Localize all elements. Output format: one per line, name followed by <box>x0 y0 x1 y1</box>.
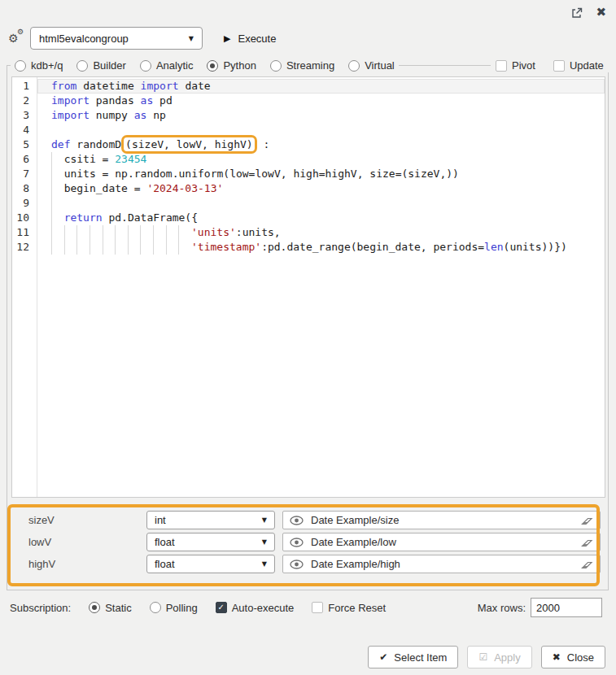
mode-radio-streaming[interactable]: Streaming <box>270 59 334 72</box>
radio-icon[interactable] <box>89 602 100 613</box>
code-token: np <box>146 109 165 121</box>
indent-guide <box>76 240 90 255</box>
eraser-icon[interactable] <box>581 538 593 547</box>
select-item-button[interactable]: ✔ Select Item <box>368 646 458 668</box>
footer-actions: ✔ Select Item ☑ Apply ✖ Close <box>368 646 605 668</box>
indent-guide <box>115 225 128 240</box>
subscription-label: Subscription: <box>10 602 71 614</box>
radio-icon[interactable] <box>348 60 360 72</box>
force-reset-checkbox-option[interactable]: Force Reset <box>312 602 386 614</box>
code-line[interactable]: units = np.random.uniform(low=lowV, high… <box>37 167 605 181</box>
code-token: :pd.date_range(begin_date, periods= <box>261 241 484 253</box>
code-token: datetime <box>76 80 140 92</box>
param-mapping-value: Date Example/low <box>311 536 574 548</box>
max-rows-input[interactable] <box>531 598 602 617</box>
line-number: 4 <box>12 123 37 137</box>
param-type-value: float <box>155 536 262 548</box>
apply-button[interactable]: ☑ Apply <box>467 646 531 668</box>
execute-button[interactable]: ▶ Execute <box>224 33 276 45</box>
indent-guide <box>140 225 153 240</box>
code-line[interactable]: 'units':units, <box>37 225 605 240</box>
code-token: len <box>484 241 503 253</box>
close-button[interactable]: ✖ Close <box>541 646 605 668</box>
code-content[interactable]: from datetime import dateimport pandas a… <box>37 79 605 255</box>
param-mapping-field[interactable]: Date Example/size <box>282 511 601 529</box>
param-type-dropdown[interactable]: int▼ <box>146 511 275 529</box>
code-line[interactable]: from datetime import date <box>37 79 605 94</box>
checked-box-icon: ☑ <box>478 652 487 662</box>
mode-radio-label: Virtual <box>365 59 395 72</box>
subscription-radio-static[interactable]: Static <box>89 602 132 614</box>
indent-guide <box>51 240 64 255</box>
param-type-value: int <box>155 514 262 526</box>
indent-guide <box>64 240 77 255</box>
code-token: (units))}) <box>504 241 567 253</box>
code-line[interactable]: csiti = 23454 <box>37 152 605 167</box>
indent-guide <box>64 225 77 240</box>
connection-group-dropdown[interactable]: html5evalcongroup ▼ <box>30 27 203 50</box>
radio-icon[interactable] <box>150 602 161 613</box>
mode-radio-label: Python <box>223 59 256 72</box>
indent-guide <box>166 240 179 255</box>
param-type-dropdown[interactable]: float▼ <box>146 533 275 551</box>
code-token: csiti = <box>64 153 116 165</box>
indent-guide <box>51 225 64 240</box>
popout-icon[interactable] <box>571 7 583 19</box>
pivot-checkbox[interactable] <box>496 60 507 72</box>
param-mapping-field[interactable]: Date Example/high <box>282 555 601 573</box>
code-editor[interactable]: 123456789101112 from datetime import dat… <box>11 76 605 498</box>
radio-icon[interactable] <box>76 60 88 72</box>
radio-icon[interactable] <box>140 60 151 72</box>
code-line[interactable]: begin_date = '2024-03-13' <box>37 181 605 196</box>
close-icon[interactable]: ✖ <box>596 7 606 19</box>
execute-label: Execute <box>238 33 276 45</box>
mode-radio-python[interactable]: Python <box>207 59 256 72</box>
code-line[interactable]: 'timestamp':pd.date_range(begin_date, pe… <box>37 240 605 255</box>
code-line[interactable]: import numpy as np <box>37 108 605 123</box>
eraser-icon[interactable] <box>581 516 593 525</box>
mode-radio-virtual[interactable]: Virtual <box>348 59 395 72</box>
auto-execute-checkbox[interactable]: ✓ <box>216 602 227 613</box>
code-line[interactable]: def randomD(sizeV, lowV, highV) : <box>37 137 605 152</box>
eraser-icon[interactable] <box>581 560 593 569</box>
max-rows-label: Max rows: <box>478 602 526 614</box>
eye-icon[interactable] <box>290 538 304 547</box>
force-reset-checkbox[interactable] <box>312 602 323 613</box>
auto-execute-checkbox-option[interactable]: ✓ Auto-execute <box>216 602 295 614</box>
radio-icon[interactable] <box>207 60 218 72</box>
indent-guide <box>178 240 191 255</box>
update-label: Update <box>570 59 604 72</box>
mode-radio-analytic[interactable]: Analytic <box>140 59 194 72</box>
code-line[interactable]: import pandas as pd <box>37 94 605 108</box>
param-type-dropdown[interactable]: float▼ <box>146 555 275 573</box>
indent-guide <box>51 211 64 225</box>
param-row-lowv: lowVfloat▼Date Example/low <box>11 533 605 551</box>
code-line[interactable] <box>37 196 605 211</box>
subscription-radio-polling[interactable]: Polling <box>150 602 198 614</box>
code-token: :units, <box>236 226 281 238</box>
update-checkbox-option[interactable]: Update <box>553 59 604 72</box>
line-number: 7 <box>12 167 37 181</box>
mode-radio-kdb-q[interactable]: kdb+/q <box>15 59 63 72</box>
parameter-mapping-section: sizeVint▼Date Example/sizelowVfloat▼Date… <box>11 511 605 577</box>
mode-radio-builder[interactable]: Builder <box>76 59 125 72</box>
code-line[interactable] <box>37 123 605 137</box>
eye-icon[interactable] <box>290 516 304 525</box>
code-line[interactable]: return pd.DataFrame({ <box>37 211 605 225</box>
eye-icon[interactable] <box>290 560 304 569</box>
radio-icon[interactable] <box>270 60 282 72</box>
code-token: 'timestamp' <box>191 241 261 253</box>
param-mapping-field[interactable]: Date Example/low <box>282 533 601 551</box>
pivot-checkbox-option[interactable]: Pivot <box>496 59 535 72</box>
code-token: : <box>257 138 270 150</box>
force-reset-label: Force Reset <box>328 602 386 614</box>
indent-guide <box>51 196 64 211</box>
auto-execute-label: Auto-execute <box>232 602 295 614</box>
chevron-down-icon: ▼ <box>262 560 267 568</box>
radio-icon[interactable] <box>15 60 26 72</box>
x-icon: ✖ <box>553 652 561 662</box>
update-checkbox[interactable] <box>553 60 565 72</box>
line-number: 9 <box>12 196 37 211</box>
toolbar: ⚙ ⚙ html5evalcongroup ▼ ▶ Execute <box>8 27 276 50</box>
settings-gears-icon[interactable]: ⚙ ⚙ <box>8 28 28 48</box>
